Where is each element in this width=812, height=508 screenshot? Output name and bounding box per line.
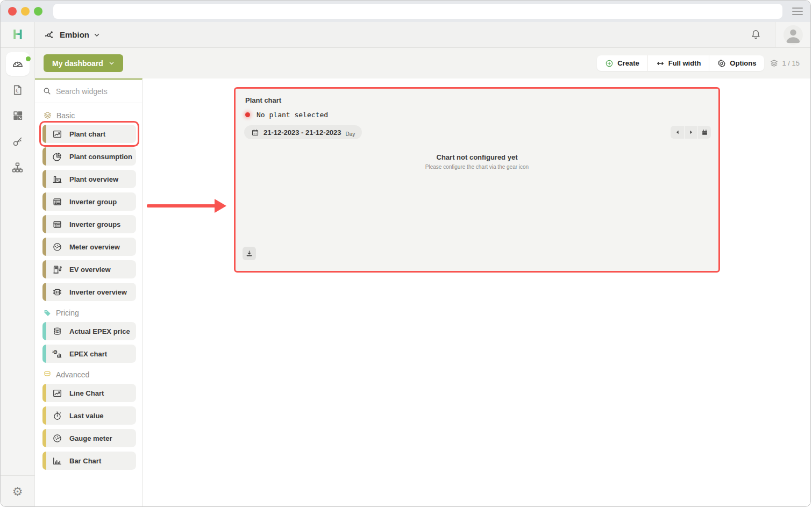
meter-icon bbox=[52, 242, 62, 252]
dashboard-selector-label: My dashboard bbox=[52, 59, 103, 68]
table-icon bbox=[52, 197, 62, 207]
notifications-button[interactable] bbox=[737, 22, 775, 47]
section-header-basic: Basic bbox=[43, 111, 142, 120]
widget-item-plant-chart[interactable]: Plant chart bbox=[42, 125, 136, 143]
search-icon bbox=[42, 87, 52, 96]
options-label: Options bbox=[730, 59, 756, 67]
table-icon bbox=[52, 219, 62, 230]
minimize-window-button[interactable] bbox=[21, 7, 30, 16]
rail-item-widgets[interactable] bbox=[6, 104, 30, 127]
calendar-solid-icon bbox=[701, 129, 708, 136]
accent-bar bbox=[42, 215, 46, 233]
status-dot-icon bbox=[245, 112, 250, 117]
widget-item-meter-overview[interactable]: Meter overview bbox=[42, 238, 136, 256]
accent-bar bbox=[42, 125, 46, 143]
widget-search bbox=[35, 80, 142, 103]
full-width-label: Full width bbox=[668, 59, 701, 67]
widget-counter-value: 1 / 15 bbox=[782, 59, 800, 67]
dashboard-selector-button[interactable]: My dashboard bbox=[44, 54, 123, 72]
sidebar-section-advanced: AdvancedLine ChartLast valueGauge meterB… bbox=[35, 370, 142, 470]
widget-item-label: Last value bbox=[69, 412, 104, 420]
coins-icon: € bbox=[52, 326, 62, 337]
widget-item-label: Inverter overview bbox=[69, 288, 127, 296]
network-icon bbox=[44, 29, 55, 41]
line-chart-icon bbox=[52, 388, 62, 398]
caret-left-icon bbox=[675, 130, 680, 135]
rail-item-dashboard[interactable] bbox=[6, 52, 30, 76]
close-window-button[interactable] bbox=[8, 7, 17, 16]
rail-item-sitemap[interactable] bbox=[6, 155, 30, 179]
date-range-value: 21-12-2023 - 21-12-2023 bbox=[263, 128, 341, 137]
calendar-icon bbox=[251, 128, 259, 137]
gear-icon bbox=[717, 59, 726, 68]
create-button[interactable]: Create bbox=[597, 55, 647, 71]
chip-icon bbox=[52, 287, 62, 297]
user-menu-button[interactable] bbox=[775, 22, 810, 47]
accent-bar bbox=[42, 429, 46, 447]
previous-period-button[interactable] bbox=[671, 126, 684, 139]
pie-chart-icon bbox=[52, 152, 62, 162]
widget-item-line-chart[interactable]: Line Chart bbox=[42, 384, 136, 402]
app-header: H Embion bbox=[1, 22, 810, 48]
org-name: Embion bbox=[60, 30, 89, 39]
full-width-button[interactable]: Full width bbox=[648, 55, 710, 71]
widget-item-plant-consumption[interactable]: Plant consumption bbox=[42, 147, 136, 166]
widget-item-plant-overview[interactable]: Plant overview bbox=[42, 170, 136, 188]
sidebar-section-pricing: Pricing€Actual EPEX price€EPEX chart bbox=[35, 309, 142, 363]
widget-item-inverter-overview[interactable]: Inverter overview bbox=[42, 283, 136, 301]
database-icon bbox=[43, 370, 52, 379]
meter-icon bbox=[52, 433, 62, 443]
widget-item-epex-chart[interactable]: €EPEX chart bbox=[42, 345, 136, 363]
accent-bar bbox=[42, 452, 46, 470]
window-controls bbox=[8, 7, 42, 16]
nav-rail: € ⚙ bbox=[1, 48, 35, 507]
download-icon bbox=[245, 249, 253, 257]
next-period-button[interactable] bbox=[684, 126, 697, 139]
rail-item-key[interactable] bbox=[6, 130, 30, 153]
invoice-icon: € bbox=[11, 84, 24, 96]
browser-url-bar[interactable] bbox=[53, 4, 782, 19]
maximize-window-button[interactable] bbox=[34, 7, 42, 16]
widget-item-bar-chart[interactable]: Bar Chart bbox=[42, 452, 136, 470]
accent-bar bbox=[42, 260, 46, 278]
download-button[interactable] bbox=[243, 247, 256, 260]
widgets-icon bbox=[12, 110, 24, 121]
app-logo[interactable]: H bbox=[1, 22, 35, 47]
widget-item-label: Line Chart bbox=[69, 389, 104, 397]
layers-icon bbox=[770, 59, 779, 68]
section-header-advanced: Advanced bbox=[43, 370, 142, 379]
widget-item-inverter-group[interactable]: Inverter group bbox=[42, 192, 136, 211]
search-input[interactable] bbox=[56, 87, 126, 96]
accent-bar bbox=[42, 322, 46, 340]
svg-text:€: € bbox=[55, 350, 56, 353]
calendar-picker-button[interactable] bbox=[697, 126, 711, 139]
widget-item-ev-overview[interactable]: EV overview bbox=[42, 260, 136, 278]
plant-chart-widget-panel: Plant chart No plant selected 21-12-2023… bbox=[234, 87, 720, 273]
options-button[interactable]: Options bbox=[709, 55, 764, 71]
accent-bar bbox=[42, 238, 46, 256]
org-switcher[interactable]: Embion bbox=[35, 22, 109, 47]
widget-item-label: Inverter groups bbox=[69, 220, 120, 228]
widget-item-label: Plant overview bbox=[69, 175, 118, 183]
widget-item-actual-epex-price[interactable]: €Actual EPEX price bbox=[42, 322, 136, 340]
browser-menu-icon[interactable] bbox=[792, 8, 803, 15]
stopwatch-icon bbox=[52, 411, 62, 421]
svg-text:€: € bbox=[16, 88, 18, 93]
plant-status: No plant selected bbox=[245, 111, 328, 119]
gear-icon[interactable]: ⚙ bbox=[12, 485, 23, 498]
widget-item-label: Bar Chart bbox=[69, 457, 101, 465]
section-label: Advanced bbox=[56, 370, 89, 379]
widget-item-gauge-meter[interactable]: Gauge meter bbox=[42, 429, 136, 447]
rail-item-invoice[interactable]: € bbox=[6, 78, 30, 102]
empty-state-title: Chart not configured yet bbox=[236, 153, 718, 161]
accent-bar bbox=[42, 147, 46, 166]
widget-item-inverter-groups[interactable]: Inverter groups bbox=[42, 215, 136, 233]
accent-bar bbox=[42, 170, 46, 188]
bell-icon bbox=[750, 28, 762, 41]
tag-icon bbox=[43, 309, 52, 317]
date-range-button[interactable]: 21-12-2023 - 21-12-2023 Day bbox=[244, 125, 362, 139]
widget-item-label: EV overview bbox=[69, 266, 111, 274]
widget-item-label: Plant chart bbox=[69, 130, 105, 138]
widget-item-label: Gauge meter bbox=[69, 434, 112, 442]
widget-item-last-value[interactable]: Last value bbox=[42, 406, 136, 425]
